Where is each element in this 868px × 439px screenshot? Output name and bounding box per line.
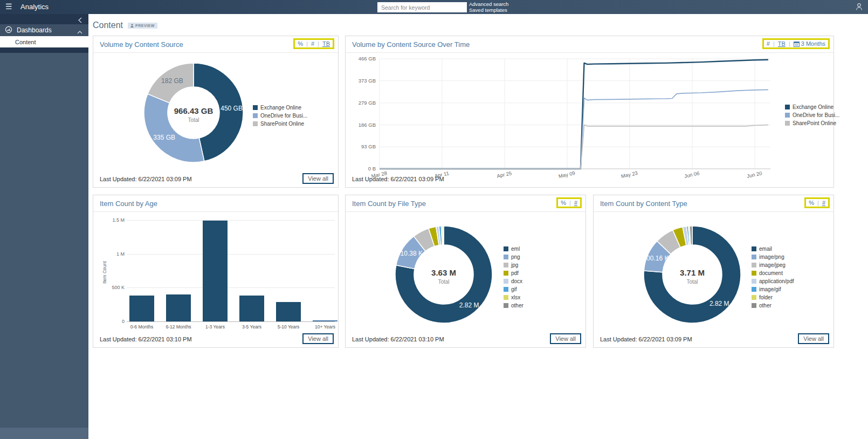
card-title: Item Count by File Type [352, 200, 426, 208]
bar-3-5-years[interactable] [239, 296, 264, 321]
search-input[interactable] [377, 2, 467, 12]
toggle--[interactable]: % [809, 200, 814, 206]
legend-item-image-gif: image/gif [752, 286, 794, 292]
sidebar-item-content[interactable]: Content [0, 36, 88, 47]
bar-5-10-years[interactable] [276, 302, 301, 321]
gridline [127, 220, 335, 221]
y-tick-label: 0 [93, 319, 125, 324]
sidebar-divider [0, 47, 88, 53]
legend-item-xlsx: xlsx [504, 294, 523, 300]
bar-6-12-months[interactable] [166, 294, 191, 321]
legend-swatch [785, 121, 790, 126]
view-all-button[interactable]: View all [302, 333, 334, 344]
view-all-button[interactable]: View all [550, 333, 581, 344]
donut-slice-other[interactable] [443, 226, 444, 245]
toggle-tb[interactable]: TB [322, 40, 330, 47]
sidebar-item-label: Content [15, 39, 36, 45]
x-tick-label: May 09 [558, 170, 576, 179]
legend-swatch [752, 246, 756, 251]
legend-item-document: document [752, 270, 794, 276]
toggle-separator: | [789, 40, 790, 47]
toggle-separator: | [817, 200, 819, 206]
last-updated-text: Last Updated: 6/22/2021 03:09 PM [352, 176, 444, 182]
topbar: ☰ Analytics Advanced search Saved templa… [0, 0, 868, 14]
donut-chart-item-count-by-content-type: 2.82 M400.16 K3.71 MTotalemailimage/pngi… [594, 211, 833, 332]
y-tick-label: 1 M [93, 251, 125, 257]
donut-svg: 2.82 M410.38 K3.63 MTotal [394, 225, 493, 324]
toggle-3-months[interactable]: 3 Months [794, 40, 825, 47]
hamburger-menu-icon[interactable]: ☰ [5, 2, 12, 11]
unit-toggle-group: #|TB|3 Months [762, 38, 830, 49]
y-tick-label: 0 B [368, 166, 376, 172]
slice-label: 182 GB [161, 77, 183, 85]
legend-swatch [253, 105, 258, 110]
sidebar-section-label: Dashboards [17, 26, 52, 34]
legend-swatch [253, 121, 258, 126]
legend-item-gif: gif [504, 286, 523, 292]
series-exchange-online[interactable] [380, 60, 768, 169]
legend-swatch [504, 279, 508, 284]
page-head: Content PREVIEW [93, 20, 157, 30]
legend-item-onedrive-for-busi-: OneDrive for Busi... [785, 112, 839, 118]
donut-center-value: 3.71 M [680, 268, 705, 277]
bar-1-3-years[interactable] [203, 221, 228, 321]
unit-toggle-group: %|#|TB [293, 38, 334, 49]
y-axis-label: Item Count [102, 261, 107, 284]
page-title: Content [93, 20, 123, 30]
card-title: Volume by Content Source [100, 40, 183, 49]
donut-chart-item-count-by-file-type: 2.82 M410.38 K3.63 MTotalemlpngjpgpdfdoc… [346, 211, 585, 332]
bar-0-6-months[interactable] [129, 296, 154, 321]
donut-slice-onedrive-for-busi-[interactable] [144, 94, 204, 162]
saved-templates-link[interactable]: Saved templates [469, 7, 508, 13]
slice-label: 335 GB [153, 134, 175, 141]
donut-svg: 2.82 M400.16 K3.71 MTotal [643, 225, 742, 324]
y-tick-label: 466 GB [359, 56, 376, 61]
donut-svg: 450 GB335 GB182 GB966.43 GBTotal [143, 62, 244, 163]
bar-10-years[interactable] [313, 320, 337, 321]
y-tick-label: 279 GB [359, 100, 376, 106]
line-chart-volume-over-time: 0 B93 GB186 GB279 GB373 GB466 GBMar 28Ap… [346, 52, 833, 172]
advanced-search-link[interactable]: Advanced search [469, 1, 508, 7]
toggle-separator: | [318, 40, 319, 47]
chevron-up-icon[interactable] [77, 28, 82, 36]
legend-item-exchange-online: Exchange Online [785, 104, 839, 110]
sidebar-section-dashboards[interactable]: Dashboards [0, 24, 88, 36]
series-onedrive-for-busi-[interactable] [380, 90, 768, 169]
toggle-tb[interactable]: TB [778, 40, 786, 47]
legend-swatch [752, 287, 756, 292]
y-tick-label: 1.5 M [93, 217, 125, 223]
sidebar-collapse-row [0, 14, 88, 24]
toggle--[interactable]: # [311, 40, 314, 47]
slice-label: 450 GB [221, 105, 243, 112]
toggle--[interactable]: % [561, 200, 566, 206]
toggle--[interactable]: # [574, 200, 577, 206]
legend-item-other: other [752, 303, 794, 308]
legend-swatch [785, 113, 790, 118]
legend-swatch [752, 295, 756, 300]
legend-swatch [752, 271, 756, 276]
legend-swatch [253, 113, 258, 118]
slice-label: 410.38 K [397, 250, 423, 257]
y-tick-label: 186 GB [359, 122, 376, 128]
user-profile-icon[interactable] [855, 2, 864, 13]
chart-legend: emlpngjpgpdfdocxgifxlsxother [504, 246, 523, 308]
last-updated-text: Last Updated: 6/22/2021 03:10 PM [352, 336, 444, 342]
legend-swatch [785, 105, 790, 109]
legend-swatch [504, 287, 508, 292]
toggle--[interactable]: # [767, 40, 770, 47]
toggle--[interactable]: # [822, 200, 825, 206]
y-tick-label: 500 K [93, 285, 125, 290]
legend-item-sharepoint-online: SharePoint Online [785, 120, 839, 126]
view-all-button[interactable]: View all [798, 333, 829, 344]
card-title: Volume by Content Source Over Time [352, 40, 470, 49]
chart-legend: Exchange OnlineOneDrive for Busi...Share… [785, 104, 839, 126]
x-tick-label: 1-3 Years [198, 324, 232, 330]
legend-swatch [752, 303, 756, 308]
legend-swatch [504, 255, 508, 259]
view-all-button[interactable]: View all [302, 173, 334, 184]
sidebar: Dashboards Content [0, 14, 88, 439]
slice-label: 2.82 M [709, 300, 729, 307]
legend-swatch [752, 255, 756, 259]
toggle--[interactable]: % [298, 40, 303, 47]
legend-item-other: other [504, 303, 523, 308]
